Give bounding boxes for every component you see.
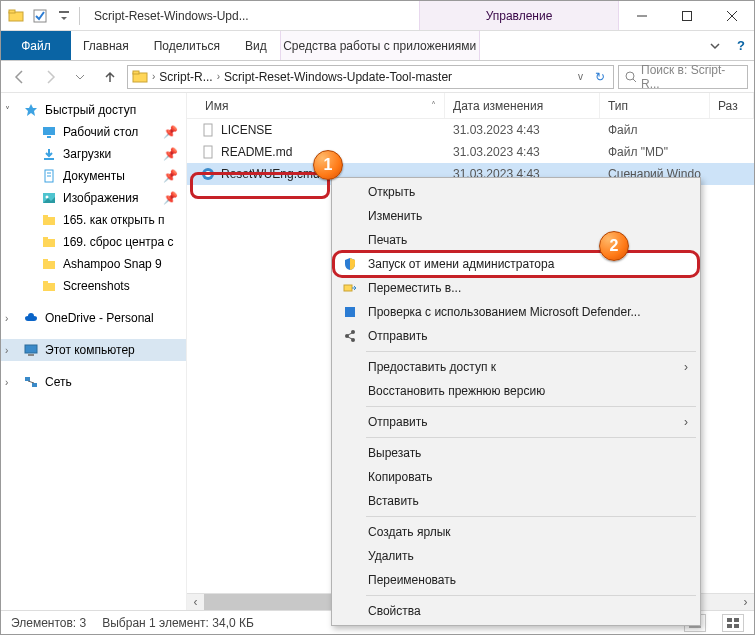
col-size[interactable]: Раз <box>710 93 754 118</box>
ctx-restore[interactable]: Восстановить прежнюю версию <box>334 379 698 403</box>
annotation-badge-2: 2 <box>599 231 629 261</box>
address-dropdown-icon[interactable]: v <box>574 71 587 82</box>
folder-icon <box>41 212 57 228</box>
cloud-icon <box>23 310 39 326</box>
pin-icon: 📌 <box>163 147 178 161</box>
ctx-rename[interactable]: Переименовать <box>334 568 698 592</box>
folder-ashampoo[interactable]: Ashampoo Snap 9 <box>1 253 186 275</box>
folder-icon <box>41 234 57 250</box>
svg-rect-31 <box>25 377 30 381</box>
svg-rect-14 <box>47 136 51 138</box>
col-type[interactable]: Тип <box>600 93 710 118</box>
pictures-item[interactable]: Изображения📌 <box>1 187 186 209</box>
this-pc-item[interactable]: ›Этот компьютер <box>1 339 186 361</box>
chevron-right-icon[interactable]: › <box>5 377 8 388</box>
ctx-move-to[interactable]: Переместить в... <box>334 276 698 300</box>
chevron-down-icon[interactable]: ˅ <box>5 105 10 116</box>
col-name[interactable]: Имя˄ <box>187 93 445 118</box>
ctx-send-to-1[interactable]: Отправить <box>334 324 698 348</box>
quick-access[interactable]: ˅Быстрый доступ <box>1 99 186 121</box>
view-tab[interactable]: Вид <box>233 31 280 60</box>
nav-label: Сеть <box>45 375 72 389</box>
svg-rect-22 <box>43 215 48 218</box>
close-button[interactable] <box>709 1 754 31</box>
ctx-send-to-2[interactable]: Отправить› <box>334 410 698 434</box>
network-item[interactable]: ›Сеть <box>1 371 186 393</box>
chevron-right-icon: › <box>684 360 688 374</box>
ribbon: Файл Главная Поделиться Вид Средства раб… <box>1 31 754 61</box>
minimize-button[interactable] <box>619 1 664 31</box>
ctx-copy[interactable]: Копировать <box>334 465 698 489</box>
file-row[interactable]: README.md 31.03.2023 4:43 Файл "MD" <box>187 141 754 163</box>
qat-dropdown-icon[interactable] <box>55 7 73 25</box>
ctx-properties[interactable]: Свойства <box>334 599 698 623</box>
star-icon <box>23 102 39 118</box>
ctx-open[interactable]: Открыть <box>334 180 698 204</box>
scroll-left-icon[interactable]: ‹ <box>187 594 204 611</box>
folder-165[interactable]: 165. как открыть п <box>1 209 186 231</box>
ctx-delete[interactable]: Удалить <box>334 544 698 568</box>
file-row[interactable]: LICENSE 31.03.2023 4:43 Файл <box>187 119 754 141</box>
nav-label: Документы <box>63 169 125 183</box>
app-tools-tab[interactable]: Средства работы с приложениями <box>280 31 480 60</box>
breadcrumb-segment[interactable]: Script-Reset-Windows-Update-Tool-master <box>224 70 452 84</box>
ctx-paste[interactable]: Вставить <box>334 489 698 513</box>
downloads-item[interactable]: Загрузки📌 <box>1 143 186 165</box>
documents-item[interactable]: Документы📌 <box>1 165 186 187</box>
folder-icon <box>132 69 148 85</box>
chevron-right-icon[interactable]: › <box>152 71 155 82</box>
window-title: Script-Reset-Windows-Upd... <box>86 9 419 23</box>
svg-rect-28 <box>43 281 48 284</box>
folder-169[interactable]: 169. сброс центра с <box>1 231 186 253</box>
nav-label: Загрузки <box>63 147 111 161</box>
file-tab[interactable]: Файл <box>1 31 71 60</box>
recent-dropdown[interactable] <box>67 64 93 90</box>
computer-icon <box>23 342 39 358</box>
svg-rect-46 <box>345 307 350 312</box>
ctx-run-as-admin[interactable]: Запуск от имени администратора <box>334 252 698 276</box>
svg-rect-34 <box>204 124 212 136</box>
svg-rect-32 <box>32 383 37 387</box>
file-date: 31.03.2023 4:43 <box>445 123 600 137</box>
svg-rect-21 <box>43 217 55 225</box>
ribbon-expand-icon[interactable] <box>702 31 728 60</box>
chevron-right-icon[interactable]: › <box>217 71 220 82</box>
desktop-item[interactable]: Рабочий стол📌 <box>1 121 186 143</box>
share-tab[interactable]: Поделиться <box>142 31 233 60</box>
breadcrumb-segment[interactable]: Script-R... <box>159 70 212 84</box>
folder-screenshots[interactable]: Screenshots <box>1 275 186 297</box>
breadcrumb[interactable]: › Script-R... › Script-Reset-Windows-Upd… <box>127 65 614 89</box>
refresh-button[interactable]: ↻ <box>591 70 609 84</box>
svg-rect-42 <box>734 618 739 622</box>
onedrive-item[interactable]: ›OneDrive - Personal <box>1 307 186 329</box>
ctx-defender[interactable]: Проверка с использованием Microsoft Defe… <box>334 300 698 324</box>
chevron-right-icon[interactable]: › <box>5 345 8 356</box>
nav-label: Ashampoo Snap 9 <box>63 257 162 271</box>
ctx-edit[interactable]: Изменить <box>334 204 698 228</box>
svg-line-11 <box>633 79 636 82</box>
ctx-create-shortcut[interactable]: Создать ярлык <box>334 520 698 544</box>
file-type: Файл "MD" <box>600 145 710 159</box>
shield-icon <box>342 256 358 272</box>
scroll-right-icon[interactable]: › <box>737 594 754 611</box>
forward-button[interactable] <box>37 64 63 90</box>
icons-view-button[interactable] <box>722 614 744 632</box>
chevron-right-icon[interactable]: › <box>5 313 8 324</box>
nav-label: Этот компьютер <box>45 343 135 357</box>
ctx-cut[interactable]: Вырезать <box>334 441 698 465</box>
up-button[interactable] <box>97 64 123 90</box>
download-icon <box>41 146 57 162</box>
help-button[interactable]: ? <box>728 31 754 60</box>
back-button[interactable] <box>7 64 33 90</box>
ctx-give-access[interactable]: Предоставить доступ к› <box>334 355 698 379</box>
col-date[interactable]: Дата изменения <box>445 93 600 118</box>
svg-rect-35 <box>204 146 212 158</box>
checkbox-icon[interactable] <box>31 7 49 25</box>
home-tab[interactable]: Главная <box>71 31 142 60</box>
maximize-button[interactable] <box>664 1 709 31</box>
folder-icon <box>7 7 25 25</box>
search-input[interactable]: Поиск в: Script-R... <box>618 65 748 89</box>
ctx-print[interactable]: Печать <box>334 228 698 252</box>
file-type: Файл <box>600 123 710 137</box>
title-bar: Script-Reset-Windows-Upd... Управление <box>1 1 754 31</box>
